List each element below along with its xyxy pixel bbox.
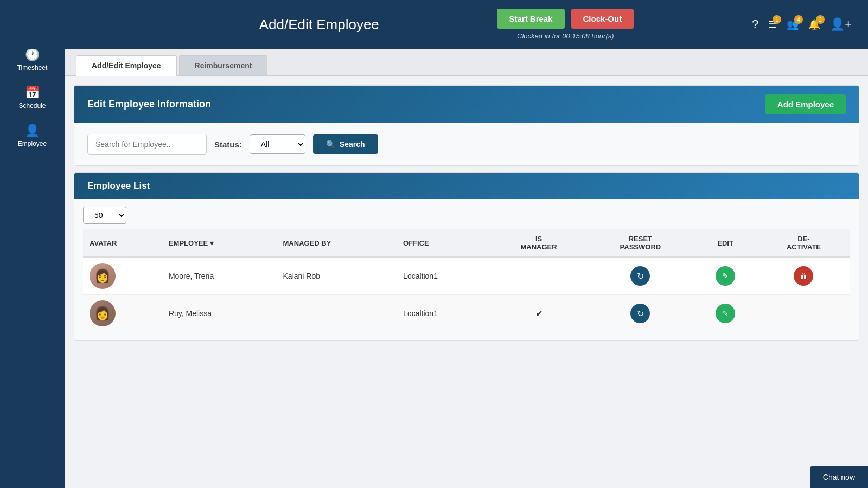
deactivate-cell: 🗑 xyxy=(757,257,850,295)
chat-now-button[interactable]: Chat now xyxy=(810,466,868,488)
col-avatar: AVATAR xyxy=(83,229,162,257)
col-managed-by: MANAGED BY xyxy=(277,229,397,257)
sidebar-item-schedule[interactable]: 📅 Schedule xyxy=(0,81,65,114)
edit-employee-section: Edit Employee Information Add Employee S… xyxy=(74,85,859,166)
avatar: 👩 xyxy=(90,300,116,326)
reset-password-cell: ↻ xyxy=(588,295,694,332)
per-page-select[interactable]: 50 25 10 xyxy=(83,207,126,224)
employee-name-cell: Moore, Trena xyxy=(162,257,277,295)
start-break-button[interactable]: Start Break xyxy=(497,9,564,29)
sidebar-label-employee: Employee xyxy=(18,140,47,147)
topbar-buttons: Start Break Clock-Out xyxy=(497,9,634,29)
help-button[interactable]: ? xyxy=(752,17,758,31)
topbar-center: Start Break Clock-Out Clocked in for 00:… xyxy=(497,9,634,40)
notifications-button[interactable]: 🔔 2 xyxy=(808,18,820,30)
office-cell: Localtion1 xyxy=(397,295,490,332)
employee-icon: 👤 xyxy=(25,124,40,138)
col-edit: EDIT xyxy=(693,229,757,257)
users-button[interactable]: 👥 4 xyxy=(787,18,799,30)
sidebar-label-schedule: Schedule xyxy=(18,102,46,110)
managed-by-cell: Kalani Rob xyxy=(277,257,397,295)
tabs-bar: Add/Edit Employee Reimbursement xyxy=(65,49,868,76)
edit-section-header: Edit Employee Information Add Employee xyxy=(74,86,859,123)
employee-table: AVATAR EMPLOYEE ▾ MANAGED BY OFFICE ISMA… xyxy=(83,229,850,332)
deactivate-button[interactable]: 🗑 xyxy=(794,266,813,286)
search-row: Status: All Active Inactive 🔍 Search xyxy=(87,134,846,155)
clock-out-button[interactable]: Clock-Out xyxy=(571,9,634,29)
edit-button[interactable]: ✎ xyxy=(716,266,735,286)
add-user-button[interactable]: 👤+ xyxy=(830,17,852,31)
col-deactivate: DE-ACTIVATE xyxy=(757,229,850,257)
table-row: 👩 Ruy, Melissa Localtion1 ✔ ↻ xyxy=(83,295,850,332)
search-input[interactable] xyxy=(87,134,207,155)
is-manager-checkmark: ✔ xyxy=(535,309,542,318)
users-badge: 4 xyxy=(794,15,803,24)
clocked-in-text: Clocked in for 00:15:08 hour(s) xyxy=(517,32,614,40)
col-office: OFFICE xyxy=(397,229,490,257)
office-cell: Localtion1 xyxy=(397,257,490,295)
sidebar-label-timesheet: Timesheet xyxy=(17,64,48,72)
table-row: 👩 Moore, Trena Kalani Rob Localtion1 ↻ xyxy=(83,257,850,295)
reset-password-cell: ↻ xyxy=(588,257,694,295)
is-manager-cell xyxy=(490,257,588,295)
search-icon: 🔍 xyxy=(326,140,335,149)
timesheet-icon: 🕐 xyxy=(25,48,40,62)
search-button-label: Search xyxy=(340,140,365,149)
status-select[interactable]: All Active Inactive xyxy=(250,134,305,154)
edit-cell: ✎ xyxy=(693,257,757,295)
edit-section-title: Edit Employee Information xyxy=(87,99,211,110)
employee-list-header: Employee List xyxy=(74,173,859,199)
col-reset-password: RESETPASSWORD xyxy=(588,229,694,257)
employee-list-body: 50 25 10 AVATAR EMPLOYEE ▾ MANAGED BY OF… xyxy=(74,199,859,340)
sidebar: 🎯 Dashboard 🕐 Timesheet 📅 Schedule 👤 Emp… xyxy=(0,0,65,488)
col-is-manager: ISMANAGER xyxy=(490,229,588,257)
col-employee[interactable]: EMPLOYEE ▾ xyxy=(162,229,277,257)
deactivate-cell xyxy=(757,295,850,332)
reset-password-button[interactable]: ↻ xyxy=(630,266,650,286)
avatar: 👩 xyxy=(90,263,116,289)
tab-add-edit-employee[interactable]: Add/Edit Employee xyxy=(76,55,177,76)
avatar-cell: 👩 xyxy=(83,295,162,332)
sidebar-item-employee[interactable]: 👤 Employee xyxy=(0,119,65,152)
reset-password-button[interactable]: ↻ xyxy=(630,304,650,323)
employee-list-title: Employee List xyxy=(87,181,150,191)
managed-by-cell xyxy=(277,295,397,332)
avatar-cell: 👩 xyxy=(83,257,162,295)
page-title: Add/Edit Employee xyxy=(259,16,379,33)
schedule-icon: 📅 xyxy=(25,86,40,100)
edit-cell: ✎ xyxy=(693,295,757,332)
employee-list-section: Employee List 50 25 10 AVATAR EMPLOYEE ▾… xyxy=(74,172,859,341)
add-employee-button[interactable]: Add Employee xyxy=(765,94,846,114)
add-user-icon: 👤+ xyxy=(830,17,852,31)
messages-button[interactable]: ☰ 1 xyxy=(768,18,777,30)
employee-name-cell: Ruy, Melissa xyxy=(162,295,277,332)
is-manager-cell: ✔ xyxy=(490,295,588,332)
notifications-badge: 2 xyxy=(816,15,825,24)
messages-badge: 1 xyxy=(773,15,781,24)
topbar-icons: ? ☰ 1 👥 4 🔔 2 👤+ xyxy=(752,17,852,31)
tab-reimbursement[interactable]: Reimbursement xyxy=(179,55,268,75)
edit-button[interactable]: ✎ xyxy=(716,304,735,323)
status-label: Status: xyxy=(214,140,242,149)
main-content: Add/Edit Employee Reimbursement Edit Emp… xyxy=(65,49,868,488)
edit-section-body: Status: All Active Inactive 🔍 Search xyxy=(74,123,859,165)
topbar: Add/Edit Employee Start Break Clock-Out … xyxy=(0,0,868,49)
search-button[interactable]: 🔍 Search xyxy=(313,134,378,154)
